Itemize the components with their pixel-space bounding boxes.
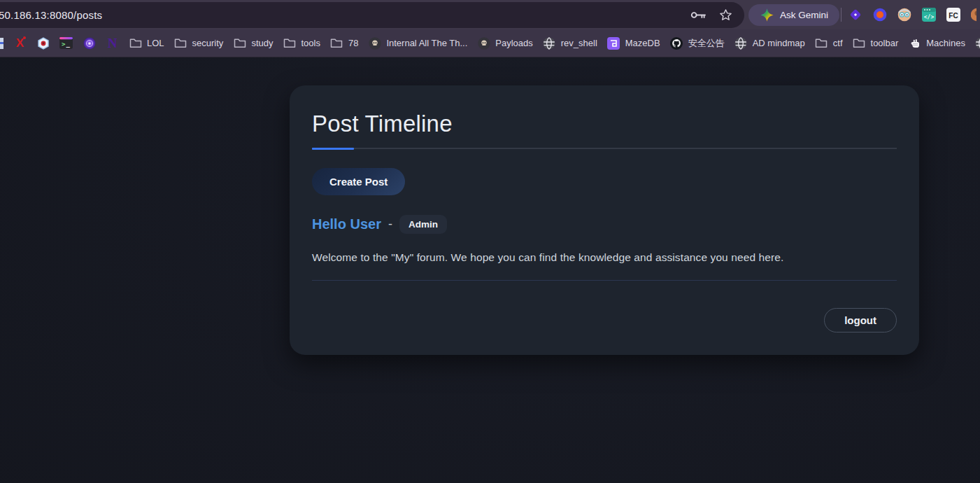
- browser-toolbar: 50.186.13:8080/posts: [0, 0, 980, 29]
- globe-icon: [543, 36, 556, 50]
- bookmark-study[interactable]: study: [233, 36, 273, 50]
- bookmark-安全公告[interactable]: 安全公告: [670, 36, 725, 50]
- author-dash: -: [388, 217, 392, 232]
- terminal-icon: >_: [59, 36, 73, 50]
- browser-window: 50.186.13:8080/posts: [0, 0, 980, 483]
- bookmark-label: Machines: [926, 38, 965, 48]
- bookmark-label: rev_shell: [561, 38, 597, 48]
- bookmark-toolbar[interactable]: toolbar: [853, 36, 899, 50]
- title-divider: [312, 148, 897, 150]
- admin-badge: Admin: [399, 215, 447, 234]
- post-body: Welcome to the "My" forum. We hope you c…: [312, 251, 897, 264]
- bookmark-label: 78: [348, 38, 358, 48]
- skull-icon: [477, 36, 490, 50]
- title-divider-accent: [312, 148, 354, 150]
- bookmark-mazedb[interactable]: MazeDB: [607, 36, 660, 50]
- bookmark-label: security: [192, 38, 224, 48]
- bookmark-lol[interactable]: LOL: [129, 36, 164, 50]
- n-icon: N: [106, 36, 119, 50]
- create-post-button[interactable]: Create Post: [312, 168, 405, 195]
- cut-left-icon: [0, 36, 3, 50]
- bookmark-tools[interactable]: tools: [283, 36, 320, 50]
- post-header: Hello User - Admin: [312, 215, 897, 234]
- x-icon: X: [13, 36, 27, 50]
- bookmark-globe[interactable]: [975, 36, 980, 50]
- orb-icon: [83, 36, 96, 50]
- ask-gemini-button[interactable]: Ask Gemini: [748, 4, 839, 26]
- password-key-icon[interactable]: [690, 10, 706, 20]
- bookmark-cut-left[interactable]: [0, 36, 3, 50]
- face-extension-icon[interactable]: [897, 8, 911, 22]
- skull-icon: [368, 36, 381, 50]
- folder-icon: [815, 36, 828, 50]
- bookmark-shield[interactable]: [36, 36, 50, 50]
- gemini-sparkle-icon: [760, 8, 774, 22]
- svg-text:_: _: [66, 41, 71, 48]
- url-text[interactable]: 50.186.13:8080/posts: [0, 9, 102, 21]
- folder-icon: [233, 36, 246, 50]
- bookmark-ctf[interactable]: ctf: [815, 36, 843, 50]
- svg-text:FC: FC: [949, 12, 958, 20]
- bookmark-label: Payloads: [495, 38, 532, 48]
- bookmark-label: AD mindmap: [753, 38, 805, 48]
- bookmark-payloads[interactable]: Payloads: [477, 36, 532, 50]
- bookmark-x[interactable]: X: [13, 36, 27, 50]
- post-author-link[interactable]: Hello User: [312, 216, 381, 232]
- globe-icon: [734, 36, 748, 50]
- title-divider-line: [312, 148, 897, 149]
- bookmark-label: MazeDB: [625, 38, 660, 48]
- ask-gemini-label: Ask Gemini: [780, 10, 828, 20]
- folder-icon: [174, 36, 187, 50]
- bookmark-internal-all-the-th[interactable]: Internal All The Th...: [368, 36, 467, 50]
- page-content: Post Timeline Create Post Hello User - A…: [0, 57, 980, 483]
- toolbar-separator: [841, 8, 841, 22]
- extension-icons: </>FC: [848, 4, 977, 26]
- post-timeline-card: Post Timeline Create Post Hello User - A…: [290, 85, 919, 355]
- folder-icon: [129, 36, 142, 50]
- bookmark-machines[interactable]: Machines: [908, 36, 965, 50]
- bookmark-orb[interactable]: [83, 36, 96, 50]
- record-extension-icon[interactable]: [873, 8, 887, 22]
- bookmark-label: LOL: [147, 38, 164, 48]
- bookmark-label: ctf: [833, 38, 843, 48]
- bookmark-ad-mindmap[interactable]: AD mindmap: [734, 36, 805, 50]
- bookmark-rev-shell[interactable]: rev_shell: [543, 36, 597, 50]
- clipped-extension-icon[interactable]: [971, 8, 977, 22]
- github-icon: [670, 36, 683, 50]
- fc-extension-icon[interactable]: FC: [946, 8, 960, 22]
- folder-icon: [853, 36, 866, 50]
- bookmark-label: study: [251, 38, 273, 48]
- page-title: Post Timeline: [312, 111, 897, 137]
- shield-icon: [36, 36, 50, 50]
- maze-icon: [607, 36, 620, 50]
- folder-icon: [330, 36, 343, 50]
- purple-diamond-extension-icon[interactable]: [848, 8, 862, 22]
- bookmark-n[interactable]: N: [106, 36, 119, 50]
- bookmarks-bar: X>_NLOLsecuritystudytools78Internal All …: [0, 29, 980, 57]
- svg-text:</>: </>: [924, 14, 935, 20]
- bookmark-label: tools: [301, 38, 320, 48]
- post-divider: [312, 280, 897, 281]
- svg-text:>: >: [62, 41, 66, 48]
- bookmark-label: toolbar: [871, 38, 899, 48]
- bookmark-label: 安全公告: [688, 37, 725, 50]
- bookmark-terminal[interactable]: >_: [59, 36, 73, 50]
- bookmark-78[interactable]: 78: [330, 36, 358, 50]
- globe-icon: [975, 36, 980, 50]
- bookmark-security[interactable]: security: [174, 36, 224, 50]
- logout-button[interactable]: logout: [824, 308, 897, 332]
- bookmark-star-icon[interactable]: [718, 8, 733, 22]
- code-window-extension-icon[interactable]: </>: [922, 8, 936, 22]
- url-bar[interactable]: 50.186.13:8080/posts: [0, 2, 744, 28]
- bookmark-label: Internal All The Th...: [386, 38, 467, 48]
- folder-icon: [283, 36, 296, 50]
- fist-icon: [908, 36, 921, 50]
